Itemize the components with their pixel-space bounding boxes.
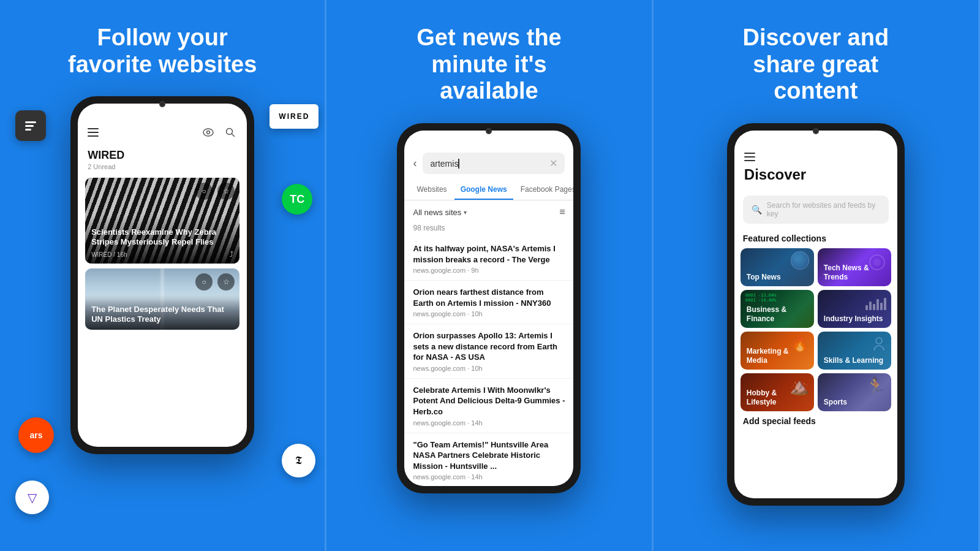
phone-frame-3: Discover 🔍 Search for websites and feeds… — [727, 123, 905, 506]
news-item-2[interactable]: Orion nears farthest distance from Earth… — [404, 281, 573, 324]
collection-hobby[interactable]: 🏔️ Hobby & Lifestyle — [741, 373, 814, 411]
svg-point-4 — [207, 131, 210, 134]
article-card-2[interactable]: ○ ☆ The Planet Desperately Needs That UN… — [85, 268, 239, 330]
collection-label-skills: Skills & Learning — [824, 356, 883, 365]
news-meta-2: news.google.com · 10h — [413, 310, 565, 317]
news-item-1[interactable]: At its halfway point, NASA's Artemis I m… — [404, 237, 573, 281]
svg-line-6 — [232, 134, 235, 137]
logo-feedly — [15, 110, 46, 141]
article-card-1[interactable]: ○ ☆ Scientists Reexamine Why Zebra Strip… — [85, 178, 239, 264]
search-input-box[interactable]: artemis ✕ — [423, 153, 565, 174]
back-button[interactable]: ‹ — [413, 157, 417, 170]
mark-read-btn[interactable]: ○ — [195, 183, 213, 200]
panel2-title: Get news the minute it's available — [417, 25, 562, 105]
collection-skills[interactable]: Skills & Learning — [818, 332, 891, 370]
screen1-header — [78, 112, 247, 145]
logo-techcrunch: TC — [282, 184, 312, 215]
logo-ars-technica: ars — [18, 417, 54, 453]
news-meta-1: news.google.com · 9h — [413, 267, 565, 274]
eye-icon[interactable] — [202, 126, 215, 139]
business-data-text: 0003 -13.04%0001 -14.40% — [745, 293, 777, 303]
news-item-5[interactable]: "Go Team Artemis!" Huntsville Area NASA … — [404, 433, 573, 487]
phone-camera-3 — [813, 128, 819, 134]
panel-discover: Discover and share great content Discove… — [654, 0, 980, 551]
search-text: artemis — [430, 159, 458, 169]
header-icons — [202, 126, 237, 139]
source-name: WIRED — [88, 149, 237, 162]
svg-rect-1 — [25, 125, 34, 127]
tab-google-news[interactable]: Google News — [454, 180, 513, 200]
collection-top-news[interactable]: Top News — [741, 248, 814, 286]
news-title-4: Celebrate Artemis I With Moonwlkr's Pote… — [413, 385, 565, 417]
discover-search-icon: 🔍 — [752, 205, 762, 215]
search-bar-row: ‹ artemis ✕ — [404, 139, 573, 180]
panel1-title: Follow your favorite websites — [68, 25, 257, 78]
news-title-3: Orion surpasses Apollo 13: Artemis I set… — [413, 330, 565, 363]
phone-screen-3: Discover 🔍 Search for websites and feeds… — [734, 131, 897, 498]
hamburger-menu-icon-3[interactable] — [744, 153, 888, 161]
panel3-title: Discover and share great content — [742, 25, 889, 105]
phone-frame-1: WIRED 2 Unread ○ ☆ Scientists Reexamine … — [70, 96, 254, 454]
search-clear-icon[interactable]: ✕ — [549, 158, 557, 169]
phone-camera-1 — [159, 101, 165, 107]
search-tabs: Websites Google News Facebook Pages Twit… — [404, 180, 573, 200]
article-overlay: Scientists Reexamine Why Zebra Stripes M… — [85, 215, 239, 264]
article1-source: WIRED / 16h — [91, 251, 127, 258]
panel-follow-websites: Follow your favorite websites WIRED TC a… — [0, 0, 326, 551]
article2-overlay: The Planet Desperately Needs That UN Pla… — [85, 295, 239, 330]
article-actions: ○ ☆ — [195, 183, 235, 200]
news-item-3[interactable]: Orion surpasses Apollo 13: Artemis I set… — [404, 324, 573, 379]
collections-grid: Top News Tech News & Trends 0003 -13.04%… — [734, 248, 897, 411]
collection-label-marketing: Marketing & Media — [747, 347, 808, 365]
news-title-2: Orion nears farthest distance from Earth… — [413, 287, 565, 308]
collection-industry[interactable]: Industry Insights — [818, 290, 891, 328]
bookmark-btn[interactable]: ☆ — [217, 183, 235, 200]
filter-label: All news sites — [413, 208, 461, 217]
collection-label-hobby: Hobby & Lifestyle — [747, 389, 808, 406]
collection-marketing[interactable]: 🔥 Marketing & Media — [741, 332, 814, 370]
cursor — [458, 159, 459, 169]
source-unread: 2 Unread — [88, 163, 237, 170]
filter-left[interactable]: All news sites ▾ — [413, 208, 467, 217]
search-icon[interactable] — [224, 126, 237, 139]
collection-label-business: Business & Finance — [747, 305, 808, 323]
discover-search-placeholder: Search for websites and feeds by key — [767, 201, 880, 218]
phone-screen-1: WIRED 2 Unread ○ ☆ Scientists Reexamine … — [78, 104, 247, 447]
industry-chart — [865, 295, 886, 310]
filter-chevron-icon: ▾ — [464, 209, 467, 216]
collection-tech-news[interactable]: Tech News & Trends — [818, 248, 891, 286]
panel-get-news: Get news the minute it's available ‹ art… — [326, 0, 653, 551]
news-meta-5: news.google.com · 14h — [413, 473, 565, 481]
results-count: 98 results — [404, 224, 573, 237]
tab-websites[interactable]: Websites — [410, 180, 453, 200]
featured-collections-title: Featured collections — [734, 230, 897, 248]
sports-figure: 🏃 — [865, 376, 886, 397]
collection-business[interactable]: 0003 -13.04%0001 -14.40% Business & Fina… — [741, 290, 814, 328]
article1-title: Scientists Reexamine Why Zebra Stripes M… — [91, 227, 233, 248]
collection-label-top-news: Top News — [747, 273, 781, 281]
discover-search-bar[interactable]: 🔍 Search for websites and feeds by key — [743, 196, 889, 224]
discover-title: Discover — [744, 166, 888, 183]
filter-options-icon[interactable]: ≡ — [559, 207, 565, 218]
add-special-feeds-title: Add special feeds — [734, 411, 897, 428]
hamburger-menu-icon[interactable] — [88, 128, 99, 137]
tab-facebook[interactable]: Facebook Pages — [514, 180, 574, 200]
globe-decoration — [791, 251, 809, 270]
bookmark-btn-2[interactable]: ☆ — [217, 273, 235, 291]
news-item-4[interactable]: Celebrate Artemis I With Moonwlkr's Pote… — [404, 379, 573, 433]
trending-icon: ⤴ — [230, 250, 233, 259]
source-header: WIRED 2 Unread — [78, 145, 247, 173]
phone-frame-2: ‹ artemis ✕ Websites Google News Faceboo… — [397, 123, 581, 493]
article1-meta: WIRED / 16h ⤴ — [91, 250, 233, 259]
news-meta-3: news.google.com · 10h — [413, 365, 565, 372]
collection-label-sports: Sports — [824, 398, 847, 406]
logo-voila: ▽ — [15, 481, 49, 514]
collection-sports[interactable]: 🏃 Sports — [818, 373, 891, 411]
mark-read-btn-2[interactable]: ○ — [195, 273, 213, 291]
screen3-header: Discover — [734, 139, 897, 189]
article2-title: The Planet Desperately Needs That UN Pla… — [91, 305, 233, 325]
news-title-1: At its halfway point, NASA's Artemis I m… — [413, 243, 565, 265]
logo-nyt: 𝕿 — [282, 444, 315, 477]
filter-row: All news sites ▾ ≡ — [404, 200, 573, 224]
svg-rect-0 — [25, 121, 36, 123]
